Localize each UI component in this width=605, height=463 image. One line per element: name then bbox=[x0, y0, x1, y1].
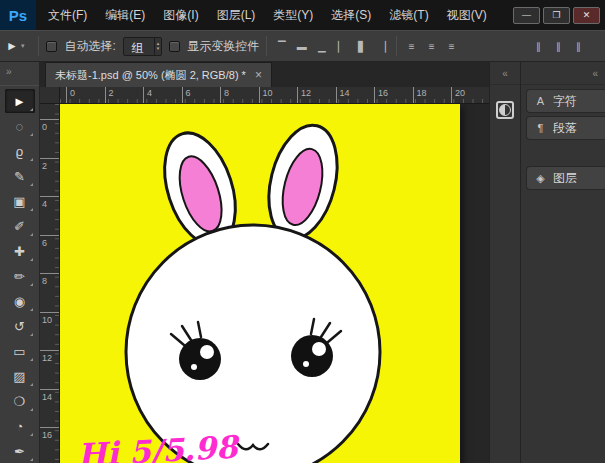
move-tool-icon: ► bbox=[6, 39, 18, 53]
pen-tool[interactable]: ✒ bbox=[5, 439, 35, 463]
distribute-horizontal-centers-button[interactable]: ∥ bbox=[551, 38, 566, 54]
current-tool-preset[interactable]: ► ▾ bbox=[6, 39, 31, 53]
auto-select-target-dropdown[interactable]: 组 ▴ ▾ bbox=[123, 37, 163, 56]
menu-item[interactable]: 视图(V) bbox=[438, 0, 496, 30]
panel-label: 图层 bbox=[553, 170, 577, 187]
tab-close-icon[interactable]: × bbox=[255, 68, 262, 82]
ruler-mark: 2 bbox=[40, 158, 59, 197]
elliptical-marquee-tool[interactable]: ◌ bbox=[5, 114, 35, 138]
distribute-vertical-centers-button[interactable]: ≡ bbox=[424, 38, 439, 54]
show-transform-controls-checkbox[interactable] bbox=[169, 41, 180, 52]
divider bbox=[266, 36, 267, 56]
tool-glyph: ▣ bbox=[13, 194, 25, 209]
document-tab[interactable]: 未标题-1.psd @ 50% (椭圆 2, RGB/8) * × bbox=[45, 62, 272, 87]
ruler-mark: 2 bbox=[105, 87, 144, 103]
character-panel-button[interactable]: A 字符 bbox=[526, 89, 605, 113]
tool-glyph: ✐ bbox=[14, 219, 25, 234]
align-right-edges-button[interactable]: ▕ bbox=[374, 38, 389, 54]
distribute-bottom-edges-button[interactable]: ≡ bbox=[444, 38, 459, 54]
adjustments-panel-icon[interactable] bbox=[496, 101, 514, 119]
ruler-origin-corner[interactable] bbox=[40, 87, 60, 104]
tools-list: ► ◌ ϱ ✎ ▣ ✐ bbox=[0, 85, 39, 463]
tool-glyph: ✒ bbox=[14, 444, 25, 459]
move-tool[interactable]: ► bbox=[5, 89, 35, 113]
dropdown-spinner-icon[interactable]: ▴ ▾ bbox=[154, 38, 162, 55]
menu-item[interactable]: 类型(Y) bbox=[264, 0, 322, 30]
crop-tool[interactable]: ▣ bbox=[5, 189, 35, 213]
panel-icon: ¶ bbox=[534, 122, 547, 134]
align-horizontal-centers-button[interactable]: ▋ bbox=[354, 38, 369, 54]
divider bbox=[396, 36, 397, 56]
menu-item[interactable]: 文件(F) bbox=[39, 0, 96, 30]
eyedropper-tool[interactable]: ✐ bbox=[5, 214, 35, 238]
menu-item[interactable]: 选择(S) bbox=[322, 0, 380, 30]
restore-button[interactable]: ❐ bbox=[543, 7, 570, 24]
ruler-mark: 8 bbox=[40, 273, 59, 312]
distribute-buttons-group-right: ∥ ∥ ∥ bbox=[531, 38, 598, 54]
tool-glyph: ◉ bbox=[14, 294, 25, 309]
healing-brush-tool[interactable]: ✚ bbox=[5, 239, 35, 263]
panel-icon-strip: « bbox=[489, 62, 520, 463]
ruler-mark: 8 bbox=[220, 87, 259, 103]
panel-label: 字符 bbox=[553, 93, 577, 110]
panels-dock: « A 字符 ¶ 段落 ◈ 图层 bbox=[520, 62, 605, 463]
eraser-tool[interactable]: ▭ bbox=[5, 339, 35, 363]
distribute-top-edges-button[interactable]: ≡ bbox=[404, 38, 419, 54]
horizontal-ruler: 0 2 4 6 8 10 12 14 16 18 bbox=[60, 87, 489, 104]
ruler-mark: 20 bbox=[451, 87, 489, 103]
distribute-right-edges-button[interactable]: ∥ bbox=[571, 38, 586, 54]
minimize-button[interactable]: — bbox=[513, 7, 540, 24]
align-left-edges-button[interactable]: ▏ bbox=[334, 38, 349, 54]
document-area: 未标题-1.psd @ 50% (椭圆 2, RGB/8) * × 0 2 4 … bbox=[40, 62, 489, 463]
ruler-mark: 14 bbox=[336, 87, 375, 103]
brush-tool[interactable]: ✏ bbox=[5, 264, 35, 288]
tool-glyph: ▭ bbox=[13, 344, 25, 359]
tool-glyph: ◌ bbox=[16, 119, 24, 134]
tool-glyph: ✎ bbox=[14, 169, 25, 184]
auto-select-checkbox[interactable] bbox=[46, 41, 57, 52]
ruler-mark: 16 bbox=[374, 87, 413, 103]
blur-tool[interactable]: ❍ bbox=[5, 389, 35, 413]
layers-panel-button[interactable]: ◈ 图层 bbox=[526, 166, 605, 190]
ruler-mark: 4 bbox=[40, 196, 59, 235]
align-top-edges-button[interactable]: ▔ bbox=[274, 38, 289, 54]
rabbit-left-eye-glint bbox=[191, 364, 197, 370]
menu-item[interactable]: 编辑(E) bbox=[96, 0, 154, 30]
quick-selection-tool[interactable]: ✎ bbox=[5, 164, 35, 188]
rabbit-head bbox=[126, 225, 380, 463]
auto-select-label: 自动选择: bbox=[64, 38, 115, 55]
ruler-mark: 10 bbox=[259, 87, 298, 103]
close-button[interactable]: ✕ bbox=[573, 7, 600, 24]
clone-stamp-tool[interactable]: ◉ bbox=[5, 289, 35, 313]
menu-item[interactable]: 滤镜(T) bbox=[380, 0, 437, 30]
rabbit-right-eye-glint bbox=[303, 361, 309, 367]
text-panels-group: A 字符 ¶ 段落 bbox=[521, 89, 605, 140]
lasso-tool[interactable]: ϱ bbox=[5, 139, 35, 163]
menu-item[interactable]: 图像(I) bbox=[154, 0, 207, 30]
auto-select-target-value: 组 bbox=[124, 38, 154, 55]
align-bottom-edges-button[interactable]: ▁ bbox=[314, 38, 329, 54]
tool-glyph: ↺ bbox=[14, 319, 25, 334]
panel-label: 段落 bbox=[553, 120, 577, 137]
chevron-down-icon: ▾ bbox=[21, 42, 25, 50]
pasteboard: Hi 5/5.98 bbox=[60, 104, 489, 463]
tools-collapse-icon[interactable]: » bbox=[0, 62, 39, 85]
history-brush-tool[interactable]: ↺ bbox=[5, 314, 35, 338]
dock-collapse-icon[interactable]: « bbox=[521, 62, 605, 85]
ruler-mark: 4 bbox=[143, 87, 182, 103]
align-vertical-centers-button[interactable]: ▬ bbox=[294, 38, 309, 54]
distribute-buttons-group: ≡ ≡ ≡ bbox=[404, 38, 459, 54]
dodge-tool[interactable]: ◔ bbox=[5, 414, 35, 438]
icon-strip-collapse-icon[interactable]: « bbox=[490, 62, 520, 85]
distribute-left-edges-button[interactable]: ∥ bbox=[531, 38, 546, 54]
paragraph-panel-button[interactable]: ¶ 段落 bbox=[526, 116, 605, 140]
document-tab-title: 未标题-1.psd @ 50% (椭圆 2, RGB/8) * bbox=[55, 68, 246, 83]
gradient-tool[interactable]: ▨ bbox=[5, 364, 35, 388]
divider bbox=[38, 36, 39, 56]
menu-item[interactable]: 图层(L) bbox=[208, 0, 265, 30]
ruler-mark: 6 bbox=[40, 235, 59, 274]
tools-panel: » ► ◌ ϱ ✎ ▣ bbox=[0, 62, 40, 463]
ruler-mark: 0 bbox=[40, 119, 59, 158]
canvas[interactable]: Hi 5/5.98 bbox=[60, 104, 460, 463]
rabbit-left-eye-highlight bbox=[200, 345, 214, 359]
